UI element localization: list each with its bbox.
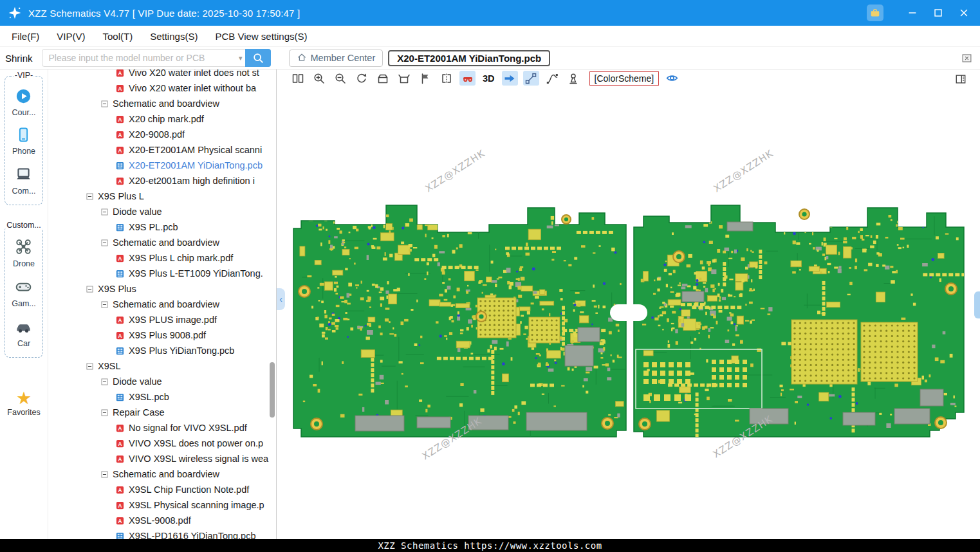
sidebar-item-com[interactable]: Com... bbox=[12, 165, 36, 196]
view-3d-button[interactable]: 3D bbox=[481, 73, 497, 84]
tree-file[interactable]: AX9SL Physical scanning image.p bbox=[48, 497, 276, 513]
search-input[interactable] bbox=[42, 53, 239, 63]
license-icon[interactable] bbox=[867, 5, 883, 21]
main-area: -VIP- Cour...PhoneCom... Custom... Drone… bbox=[0, 69, 980, 539]
collapse-right-handle[interactable] bbox=[974, 291, 980, 318]
collapse-minus-icon[interactable] bbox=[86, 192, 94, 201]
layers-panel-icon[interactable] bbox=[952, 71, 968, 86]
box-open-icon[interactable] bbox=[396, 71, 412, 86]
tree-node[interactable]: Diode value bbox=[48, 374, 276, 389]
tree-node[interactable]: Schematic and boardview bbox=[48, 466, 276, 482]
colorscheme-button[interactable]: [ColorScheme] bbox=[589, 71, 660, 86]
shrink-button[interactable]: Shrink bbox=[5, 53, 33, 64]
collapse-minus-icon[interactable] bbox=[100, 300, 109, 309]
tree-item-label: X20-ET2001AM YiDianTong.pcb bbox=[129, 160, 263, 170]
tree-scrollbar-thumb[interactable] bbox=[270, 362, 275, 418]
menu-item-settings[interactable]: Settings(S) bbox=[150, 31, 198, 42]
tree-file[interactable]: AX20-ET2001AM Physical scanni bbox=[48, 142, 276, 158]
collapse-minus-icon[interactable] bbox=[100, 239, 109, 247]
status-bar: XZZ Schematics https://www.xzztools.com bbox=[0, 539, 980, 552]
pin-icon[interactable] bbox=[566, 71, 582, 86]
sidebar-item-label: Gam... bbox=[12, 299, 36, 308]
tree-node[interactable]: Schematic and boardview bbox=[48, 235, 276, 250]
sidebar-item-label: Car bbox=[17, 339, 30, 348]
sidebar-item-drone[interactable]: Drone bbox=[13, 238, 35, 268]
collapse-minus-icon[interactable] bbox=[100, 409, 109, 417]
tree-file[interactable]: AX9S Plus L chip mark.pdf bbox=[48, 250, 276, 266]
collapse-tree-handle[interactable]: ‹ bbox=[277, 288, 285, 310]
tree-node[interactable]: X9S Plus L bbox=[48, 189, 276, 204]
sidebar-item-car[interactable]: Car bbox=[15, 318, 32, 348]
pcb-board-image[interactable]: XZZ@XZZHKXZZ@XZZHKXZZ@XZZHKXZZ@XZZHK bbox=[277, 87, 980, 539]
tree-file[interactable]: AX20-et2001am high definition i bbox=[48, 173, 276, 189]
curve-icon[interactable] bbox=[544, 71, 560, 86]
flag-icon[interactable] bbox=[417, 71, 433, 86]
tree-file[interactable]: X9SL-PD1616 YiDianTong.pcb bbox=[48, 528, 276, 539]
tree-file[interactable]: AVivo X20 water inlet does not st bbox=[48, 69, 276, 80]
tree-node[interactable]: Repair Case bbox=[48, 405, 276, 420]
collapse-minus-icon[interactable] bbox=[100, 378, 109, 386]
collapse-minus-icon[interactable] bbox=[100, 100, 109, 108]
vip-group: -VIP- Cour...PhoneCom... bbox=[5, 76, 43, 205]
minimize-button[interactable] bbox=[907, 7, 918, 19]
tree-node[interactable]: X9SL bbox=[48, 358, 276, 374]
menu-item-vip[interactable]: VIP(V) bbox=[57, 31, 85, 42]
drone-icon bbox=[15, 238, 32, 257]
zoom-in-icon[interactable] bbox=[311, 71, 327, 86]
laptop-icon bbox=[15, 165, 32, 185]
maximize-button[interactable] bbox=[932, 7, 944, 19]
sidebar-item-phone[interactable]: Phone bbox=[12, 127, 35, 156]
tree-node[interactable]: Schematic and boardview bbox=[48, 297, 276, 312]
tree-item-label: X9S Plus L bbox=[98, 191, 144, 201]
tree-file[interactable]: AX9SL-9008.pdf bbox=[48, 513, 276, 528]
measure-icon[interactable] bbox=[523, 71, 539, 86]
member-center-label: Member Center bbox=[311, 53, 376, 63]
menu-item-pcb-view-settings[interactable]: PCB View settings(S) bbox=[215, 31, 307, 42]
collapse-minus-icon[interactable] bbox=[100, 470, 109, 479]
eye-icon[interactable] bbox=[664, 71, 680, 86]
svg-text:A: A bbox=[118, 487, 122, 493]
collapse-minus-icon[interactable] bbox=[86, 362, 94, 371]
tree-file[interactable]: AVIVO X9SL wireless signal is wea bbox=[48, 451, 276, 466]
tree-file[interactable]: X9S Plus YiDianTong.pcb bbox=[48, 343, 276, 358]
tree-file[interactable]: X9S PL.pcb bbox=[48, 219, 276, 235]
tree-file[interactable]: AX9S PLUS image.pdf bbox=[48, 312, 276, 327]
tree-file[interactable]: AX20 chip mark.pdf bbox=[48, 111, 276, 127]
split-view-icon[interactable] bbox=[290, 71, 306, 86]
zoom-out-icon[interactable] bbox=[332, 71, 348, 86]
menu-item-file[interactable]: File(F) bbox=[12, 31, 39, 42]
tree-node[interactable]: X9S Plus bbox=[48, 281, 276, 297]
sidebar-item-favorites[interactable]: ★ Favorites bbox=[7, 390, 40, 417]
tree-file[interactable]: AVivo X20 water inlet without ba bbox=[48, 80, 276, 96]
tree-node[interactable]: Diode value bbox=[48, 204, 276, 219]
open-file-tab[interactable]: X20-ET2001AM YiDianTong.pcb bbox=[388, 50, 550, 66]
tree-file[interactable]: ANo signal for VIVO X9SL.pdf bbox=[48, 420, 276, 436]
close-button[interactable] bbox=[958, 7, 970, 19]
box-lid-icon[interactable] bbox=[374, 71, 391, 86]
custom-group: Custom... DroneGam...Car bbox=[5, 226, 43, 358]
pcb-canvas[interactable]: XZZ@XZZHKXZZ@XZZHKXZZ@XZZHKXZZ@XZZHK ‹ bbox=[277, 87, 980, 539]
menu-item-tool[interactable]: Tool(T) bbox=[103, 31, 133, 42]
tree-file[interactable]: X9SL.pcb bbox=[48, 389, 276, 405]
rotate-icon[interactable] bbox=[353, 71, 369, 86]
red-glasses-icon[interactable] bbox=[459, 71, 476, 86]
collapse-minus-icon[interactable] bbox=[100, 208, 109, 216]
tree-file[interactable]: X9S Plus L-ET1009 YiDianTong. bbox=[48, 266, 276, 281]
collapse-minus-icon[interactable] bbox=[86, 285, 94, 293]
tree-file[interactable]: AVIVO X9SL does not power on.p bbox=[48, 436, 276, 451]
member-center-button[interactable]: Member Center bbox=[289, 50, 384, 67]
tree-file[interactable]: AX20-9008.pdf bbox=[48, 127, 276, 142]
search-button[interactable] bbox=[245, 49, 271, 67]
tree-item-label: X9S PL.pcb bbox=[129, 222, 178, 232]
tree-file[interactable]: X20-ET2001AM YiDianTong.pcb bbox=[48, 158, 276, 173]
tree-file[interactable]: AX9S Plus 9008.pdf bbox=[48, 327, 276, 343]
blue-arrow-icon[interactable] bbox=[502, 71, 518, 86]
tree-node[interactable]: Schematic and boardview bbox=[48, 96, 276, 111]
sidebar-item-gam[interactable]: Gam... bbox=[12, 278, 36, 308]
mirror-icon[interactable] bbox=[438, 71, 454, 86]
sidebar-item-cour[interactable]: Cour... bbox=[12, 88, 36, 117]
play-circle-icon bbox=[15, 88, 32, 106]
close-panel-icon[interactable] bbox=[961, 53, 972, 64]
dropdown-caret-icon[interactable]: ▾ bbox=[239, 54, 243, 62]
tree-file[interactable]: AX9SL Chip Function Note.pdf bbox=[48, 482, 276, 497]
